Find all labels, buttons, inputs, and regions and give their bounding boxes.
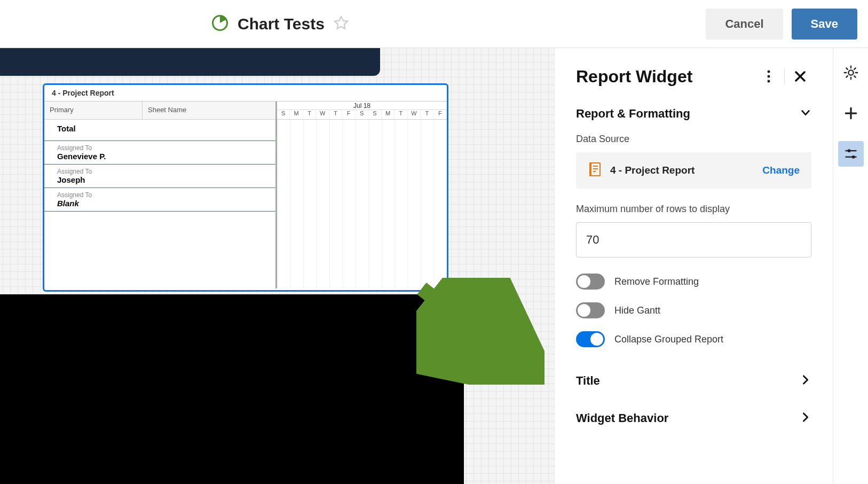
toggle-collapse-grouped[interactable] bbox=[576, 331, 605, 347]
grid-header-row: Primary Sheet Name bbox=[44, 102, 275, 120]
svg-point-5 bbox=[768, 80, 770, 83]
gantt-days-row: SMTWTFSSMTWTF bbox=[277, 110, 447, 120]
row-group[interactable]: Assigned To Joseph bbox=[44, 165, 275, 188]
data-source-name: 4 - Project Report bbox=[610, 165, 754, 176]
gantt-day-cell: W bbox=[316, 110, 329, 119]
gantt-area: Jul 18 SMTWTFSSMTWTF bbox=[277, 102, 447, 288]
gantt-month-label: Jul 18 bbox=[277, 102, 447, 110]
data-source-box: 4 - Project Report Change bbox=[576, 152, 811, 189]
group-value: Blank bbox=[57, 199, 265, 208]
grid-rows: Total Assigned To Genevieve P. Assigned … bbox=[44, 120, 275, 288]
panel-header: Report Widget bbox=[576, 65, 811, 88]
right-rail bbox=[833, 48, 868, 484]
data-source-label: Data Source bbox=[576, 134, 811, 145]
toggle-row-remove-formatting: Remove Formatting bbox=[576, 274, 811, 290]
toggle-label: Collapse Grouped Report bbox=[614, 334, 723, 345]
group-label: Assigned To bbox=[57, 168, 265, 175]
black-block bbox=[0, 294, 464, 484]
toggle-remove-formatting[interactable] bbox=[576, 274, 605, 290]
panel-title: Report Widget bbox=[576, 67, 757, 87]
svg-point-3 bbox=[768, 71, 770, 73]
separator bbox=[784, 68, 785, 84]
report-icon bbox=[588, 162, 602, 179]
widget-preview-title: 4 - Project Report bbox=[44, 85, 447, 102]
gantt-day-cell: S bbox=[277, 110, 290, 119]
gantt-day-cell: M bbox=[290, 110, 303, 119]
toggle-row-hide-gantt: Hide Gantt bbox=[576, 302, 811, 318]
group-label: Assigned To bbox=[57, 191, 265, 199]
toggle-label: Hide Gantt bbox=[614, 305, 660, 316]
gear-icon[interactable] bbox=[838, 60, 864, 85]
row-total[interactable]: Total bbox=[44, 120, 275, 141]
chevron-right-icon bbox=[800, 411, 811, 425]
toggle-hide-gantt[interactable] bbox=[576, 302, 605, 318]
header-title-wrap: Chart Tests bbox=[211, 14, 349, 34]
max-rows-input[interactable] bbox=[576, 222, 811, 257]
gantt-day-cell: T bbox=[303, 110, 316, 119]
col-sheet-name[interactable]: Sheet Name bbox=[143, 102, 275, 119]
gantt-day-cell: S bbox=[368, 110, 381, 119]
header-actions: Cancel Save bbox=[706, 9, 857, 40]
save-button[interactable]: Save bbox=[792, 9, 857, 40]
report-widget-preview[interactable]: 4 - Project Report Primary Sheet Name To… bbox=[43, 83, 448, 292]
pie-chart-icon bbox=[211, 14, 229, 34]
sliders-icon[interactable] bbox=[838, 141, 864, 167]
toggle-label: Remove Formatting bbox=[614, 276, 699, 287]
page-title: Chart Tests bbox=[238, 15, 325, 33]
gantt-day-cell: S bbox=[356, 110, 368, 119]
gantt-day-cell: T bbox=[329, 110, 342, 119]
chevron-right-icon bbox=[800, 374, 811, 388]
gantt-day-cell: F bbox=[342, 110, 355, 119]
svg-point-13 bbox=[851, 155, 855, 159]
col-primary[interactable]: Primary bbox=[44, 102, 143, 119]
star-icon[interactable] bbox=[333, 15, 349, 33]
section-header-title[interactable]: Title bbox=[576, 362, 811, 400]
change-data-source-link[interactable]: Change bbox=[762, 165, 800, 176]
group-label: Assigned To bbox=[57, 144, 265, 152]
gantt-day-cell: M bbox=[382, 110, 394, 119]
gantt-day-cell: W bbox=[408, 110, 421, 119]
section-header-widget-behavior[interactable]: Widget Behavior bbox=[576, 400, 811, 437]
section-title: Report & Formatting bbox=[576, 107, 690, 121]
group-value: Genevieve P. bbox=[57, 152, 265, 161]
widget-body: Primary Sheet Name Total Assigned To Gen… bbox=[44, 102, 447, 288]
row-group[interactable]: Assigned To Blank bbox=[44, 188, 275, 212]
section-title: Widget Behavior bbox=[576, 411, 668, 425]
dashboard-canvas[interactable]: 4 - Project Report Primary Sheet Name To… bbox=[0, 48, 554, 484]
cancel-button[interactable]: Cancel bbox=[706, 9, 783, 40]
gantt-day-cell: T bbox=[394, 110, 407, 119]
section-header-report-formatting[interactable]: Report & Formatting bbox=[576, 107, 811, 121]
header-bar: Chart Tests Cancel Save bbox=[0, 0, 868, 48]
svg-marker-2 bbox=[504, 350, 545, 385]
gantt-day-cell: F bbox=[434, 110, 447, 119]
toggle-row-collapse-grouped: Collapse Grouped Report bbox=[576, 331, 811, 347]
row-group[interactable]: Assigned To Genevieve P. bbox=[44, 141, 275, 165]
plus-icon[interactable] bbox=[838, 100, 864, 126]
widget-grid: Primary Sheet Name Total Assigned To Gen… bbox=[44, 102, 277, 288]
svg-point-11 bbox=[847, 149, 850, 152]
section-title: Title bbox=[576, 374, 600, 388]
close-icon[interactable] bbox=[789, 65, 811, 88]
svg-point-4 bbox=[768, 75, 770, 78]
settings-panel: Report Widget Report & Formatting bbox=[554, 48, 833, 484]
chevron-down-icon bbox=[800, 107, 811, 121]
gantt-body[interactable] bbox=[277, 120, 447, 288]
dark-widget-strip bbox=[0, 48, 380, 76]
kebab-menu-icon[interactable] bbox=[757, 65, 780, 88]
gantt-day-cell: T bbox=[421, 110, 433, 119]
group-value: Joseph bbox=[57, 175, 265, 184]
max-rows-label: Maximum number of rows to display bbox=[576, 204, 811, 215]
section-report-formatting: Report & Formatting Data Source 4 - Proj… bbox=[576, 107, 811, 347]
